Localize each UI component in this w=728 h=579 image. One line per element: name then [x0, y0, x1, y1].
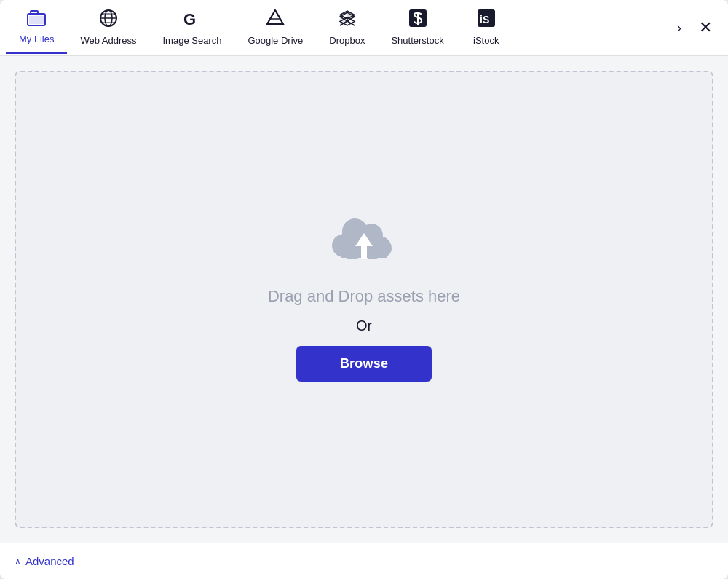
tab-web-address[interactable]: Web Address	[67, 0, 149, 55]
drop-zone[interactable]: Drag and Drop assets here Or Browse	[15, 71, 713, 528]
tab-google-drive-label: Google Drive	[248, 35, 303, 46]
chevron-right-icon: ›	[677, 20, 681, 36]
footer: ∧ Advanced	[0, 543, 728, 579]
chevron-up-icon: ∧	[15, 556, 21, 567]
svg-rect-1	[31, 11, 38, 15]
tab-google-drive[interactable]: Google Drive	[234, 0, 316, 55]
tab-shutterstock[interactable]: Shutterstock	[378, 0, 456, 55]
image-search-icon: G	[182, 9, 202, 31]
tab-dropbox[interactable]: Dropbox	[316, 0, 378, 55]
my-files-icon	[27, 10, 46, 29]
tab-image-search[interactable]: G Image Search	[149, 0, 234, 55]
advanced-link[interactable]: ∧ Advanced	[15, 555, 74, 567]
close-button[interactable]: ✕	[689, 11, 722, 44]
advanced-label: Advanced	[25, 555, 74, 567]
tab-web-address-label: Web Address	[80, 35, 136, 46]
browse-button[interactable]: Browse	[296, 346, 432, 382]
google-drive-icon	[266, 9, 285, 31]
tab-istock-label: iStock	[473, 35, 499, 46]
svg-rect-2	[29, 16, 44, 24]
tab-my-files[interactable]: My Files	[6, 1, 67, 54]
upload-cloud-icon	[328, 217, 400, 275]
svg-text:G: G	[183, 10, 196, 28]
tab-shutterstock-label: Shutterstock	[391, 35, 443, 46]
tab-bar: My Files Web Address G Imag	[0, 0, 728, 56]
svg-line-11	[275, 10, 283, 24]
svg-marker-9	[267, 10, 283, 24]
upload-icon-container	[328, 217, 400, 275]
web-address-icon	[99, 9, 118, 31]
tab-istock[interactable]: iS iStock	[457, 0, 515, 55]
svg-text:iS: iS	[480, 14, 489, 25]
drag-drop-text: Drag and Drop assets here	[268, 287, 460, 306]
tab-image-search-label: Image Search	[162, 35, 221, 46]
more-tabs-button[interactable]: ›	[670, 12, 689, 44]
shutterstock-icon	[408, 9, 427, 31]
tab-dropbox-label: Dropbox	[329, 35, 365, 46]
close-icon: ✕	[699, 18, 712, 37]
content-area: Drag and Drop assets here Or Browse	[0, 56, 728, 543]
dropbox-icon	[338, 9, 357, 31]
tab-my-files-label: My Files	[19, 34, 54, 44]
upload-modal: My Files Web Address G Imag	[0, 0, 728, 579]
istock-icon: iS	[477, 9, 496, 31]
svg-line-10	[267, 10, 275, 24]
or-text: Or	[356, 318, 372, 334]
